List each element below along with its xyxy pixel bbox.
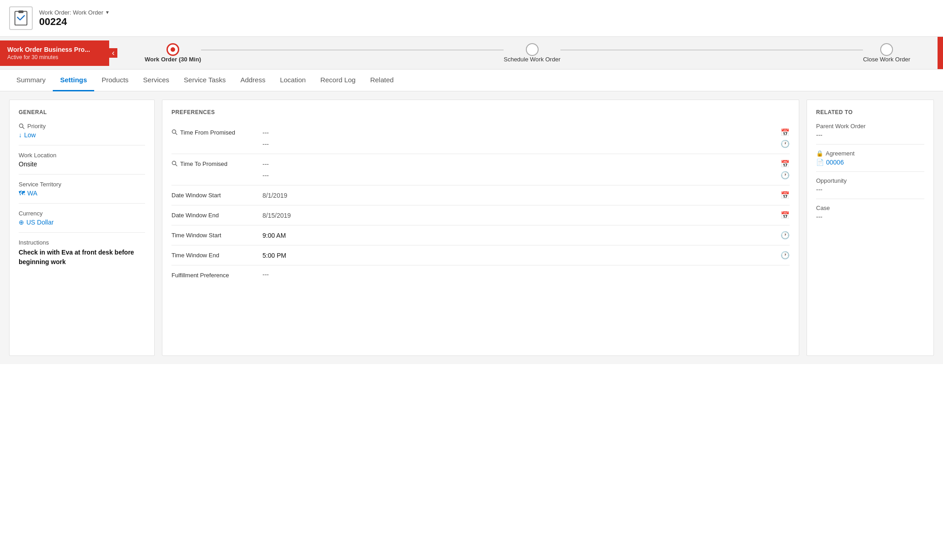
work-location-field-group: Work Location Onsite xyxy=(19,152,145,175)
service-territory-value[interactable]: 🗺 WA xyxy=(19,190,145,197)
date-window-end-calendar-icon[interactable]: 📅 xyxy=(781,211,790,220)
process-step-schedule[interactable]: Schedule Work Order xyxy=(504,43,560,63)
priority-field-group: Priority ↓ Low xyxy=(19,123,145,145)
fulfillment-preference-val: --- xyxy=(262,271,269,278)
header-main-title: 00224 xyxy=(39,16,109,28)
svg-line-7 xyxy=(176,165,177,166)
parent-work-order-value: --- xyxy=(816,131,924,139)
fulfillment-preference-label: Fulfillment Preference xyxy=(171,271,262,279)
process-bar: Work Order Business Pro... Active for 30… xyxy=(0,37,943,70)
time-from-time-row: --- 🕐 xyxy=(262,140,790,148)
instructions-label: Instructions xyxy=(19,239,145,246)
priority-arrow-icon: ↓ xyxy=(19,131,22,139)
process-step-work-order[interactable]: Work Order (30 Min) xyxy=(145,43,201,63)
date-window-start-calendar-icon[interactable]: 📅 xyxy=(781,191,790,200)
time-window-end-label: Time Window End xyxy=(171,251,262,259)
opportunity-field: Opportunity --- xyxy=(816,177,924,199)
service-territory-field-group: Service Territory 🗺 WA xyxy=(19,181,145,204)
tab-related[interactable]: Related xyxy=(363,70,401,91)
case-label: Case xyxy=(816,205,924,211)
time-to-clock-icon[interactable]: 🕐 xyxy=(781,171,790,180)
svg-rect-1 xyxy=(18,10,23,13)
parent-work-order-field: Parent Work Order --- xyxy=(816,123,924,145)
page-header: Work Order: Work Order ▾ 00224 xyxy=(0,0,943,37)
process-steps-wrapper: Work Order (30 Min) Schedule Work Order … xyxy=(117,37,938,69)
tab-address[interactable]: Address xyxy=(233,70,272,91)
case-field: Case --- xyxy=(816,205,924,226)
time-window-end-values: 5:00 PM 🕐 xyxy=(262,251,790,260)
main-content: GENERAL Priority ↓ Low Work Location Ons… xyxy=(0,91,943,364)
time-from-clock-icon[interactable]: 🕐 xyxy=(781,140,790,148)
fulfillment-preference-row: Fulfillment Preference --- xyxy=(171,265,790,284)
process-step-close[interactable]: Close Work Order xyxy=(863,43,910,63)
priority-search-icon xyxy=(19,123,25,130)
process-bar-active-stage[interactable]: Work Order Business Pro... Active for 30… xyxy=(0,40,109,66)
svg-line-5 xyxy=(176,133,177,135)
agreement-label: 🔒 Agreement xyxy=(816,150,924,157)
priority-label: Priority xyxy=(19,123,145,130)
agreement-value[interactable]: 📄 00006 xyxy=(816,159,924,166)
tab-bar: Summary Settings Products Services Servi… xyxy=(0,70,943,91)
process-stage-subtitle: Active for 30 minutes xyxy=(7,54,102,60)
tab-settings[interactable]: Settings xyxy=(53,70,94,91)
tab-products[interactable]: Products xyxy=(94,70,136,91)
general-panel: GENERAL Priority ↓ Low Work Location Ons… xyxy=(9,100,155,356)
fulfillment-preference-values: --- xyxy=(262,271,790,278)
time-to-time-row: --- 🕐 xyxy=(262,171,790,180)
svg-rect-0 xyxy=(15,11,27,25)
time-to-promised-values: --- 📅 --- 🕐 xyxy=(262,160,790,180)
time-from-calendar-icon[interactable]: 📅 xyxy=(781,128,790,137)
time-window-end-clock-icon[interactable]: 🕐 xyxy=(781,251,790,260)
time-to-date-val: --- xyxy=(262,160,269,168)
time-to-date-row: --- 📅 xyxy=(262,160,790,168)
header-chevron[interactable]: ▾ xyxy=(106,9,109,15)
time-to-search-icon xyxy=(171,160,178,168)
related-to-section-title: RELATED TO xyxy=(816,109,924,115)
header-subtitle: Work Order: Work Order ▾ xyxy=(39,9,109,16)
time-window-end-row: Time Window End 5:00 PM 🕐 xyxy=(171,245,790,265)
time-window-start-label: Time Window Start xyxy=(171,231,262,239)
time-window-start-clock-icon[interactable]: 🕐 xyxy=(781,231,790,240)
instructions-value: Check in with Eva at front desk before b… xyxy=(19,248,145,267)
tab-record-log[interactable]: Record Log xyxy=(313,70,363,91)
date-window-end-label: Date Window End xyxy=(171,211,262,219)
date-window-start-values: 8/1/2019 📅 xyxy=(262,191,790,200)
time-from-promised-values: --- 📅 --- 🕐 xyxy=(262,128,790,148)
step-connector-2 xyxy=(560,50,863,50)
tab-services[interactable]: Services xyxy=(136,70,177,91)
doc-icon: 📄 xyxy=(816,159,824,166)
time-window-start-value-row: 9:00 AM 🕐 xyxy=(262,231,790,240)
general-section-title: GENERAL xyxy=(19,109,145,115)
time-from-date-row: --- 📅 xyxy=(262,128,790,137)
date-window-start-row: Date Window Start 8/1/2019 📅 xyxy=(171,185,790,205)
process-stage-title: Work Order Business Pro... xyxy=(7,46,102,53)
service-territory-label: Service Territory xyxy=(19,181,145,188)
time-to-calendar-icon[interactable]: 📅 xyxy=(781,160,790,168)
priority-value[interactable]: ↓ Low xyxy=(19,131,145,139)
time-window-start-row: Time Window Start 9:00 AM 🕐 xyxy=(171,225,790,245)
time-window-end-value-row: 5:00 PM 🕐 xyxy=(262,251,790,260)
tab-summary[interactable]: Summary xyxy=(9,70,53,91)
map-icon: 🗺 xyxy=(19,190,25,197)
parent-work-order-label: Parent Work Order xyxy=(816,123,924,130)
time-from-date-val: --- xyxy=(262,129,269,136)
work-order-icon xyxy=(9,6,33,30)
agreement-field: 🔒 Agreement 📄 00006 xyxy=(816,150,924,172)
date-window-start-label: Date Window Start xyxy=(171,191,262,199)
date-window-end-value-row: 8/15/2019 📅 xyxy=(262,211,790,220)
date-window-end-val: 8/15/2019 xyxy=(262,212,291,219)
tab-location[interactable]: Location xyxy=(272,70,313,91)
process-end-bar xyxy=(938,37,943,69)
header-subtitle-text: Work Order: Work Order xyxy=(39,9,103,16)
date-window-end-values: 8/15/2019 📅 xyxy=(262,211,790,220)
header-title-group: Work Order: Work Order ▾ 00224 xyxy=(39,9,109,28)
time-from-promised-row: Time From Promised --- 📅 --- 🕐 xyxy=(171,123,790,154)
time-window-start-val: 9:00 AM xyxy=(262,232,286,239)
tab-service-tasks[interactable]: Service Tasks xyxy=(176,70,233,91)
process-bar-collapse-arrow[interactable]: ‹ xyxy=(109,48,117,58)
currency-value[interactable]: ⊕ US Dollar xyxy=(19,219,145,226)
time-to-promised-label: Time To Promised xyxy=(171,160,262,168)
time-to-time-val: --- xyxy=(262,172,269,179)
time-to-promised-row: Time To Promised --- 📅 --- 🕐 xyxy=(171,154,790,185)
preferences-section-title: PREFERENCES xyxy=(171,109,790,115)
